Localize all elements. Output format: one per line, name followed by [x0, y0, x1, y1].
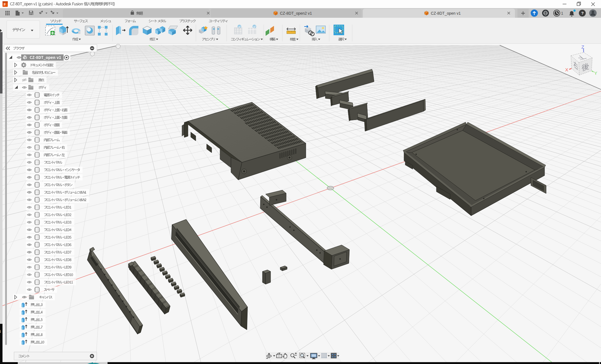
svg-text:X: X: [565, 67, 568, 72]
svg-text:F: F: [4, 2, 6, 6]
svg-text:1: 1: [561, 11, 563, 16]
svg-text:CZ-8DT_open v1: CZ-8DT_open v1: [431, 11, 461, 16]
svg-text:Y: Y: [594, 70, 597, 76]
svg-text:CZ-8DT_open2 v1: CZ-8DT_open2 v1: [280, 11, 312, 16]
svg-text:?: ?: [581, 11, 584, 16]
svg-text:Z: Z: [581, 44, 584, 50]
